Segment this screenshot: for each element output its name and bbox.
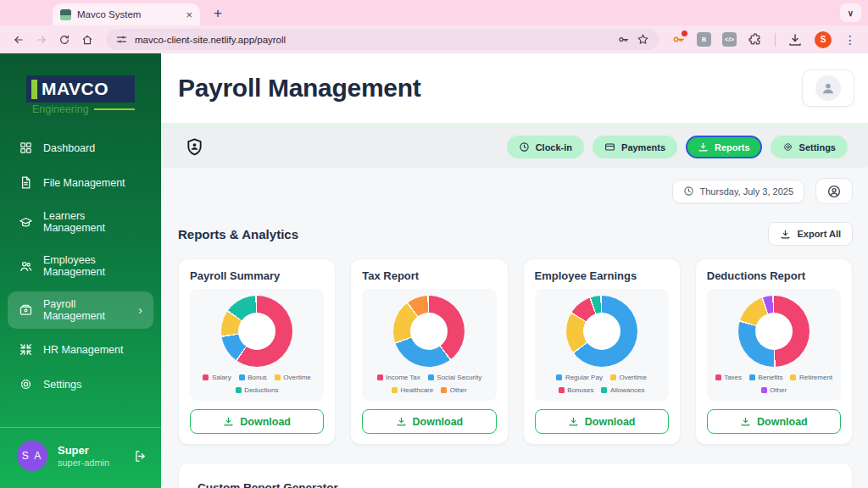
browser-tab[interactable]: Mavco System × — [53, 3, 200, 25]
tab-close-icon[interactable]: × — [186, 9, 192, 20]
download-report-button[interactable]: Download — [190, 409, 324, 434]
page-title: Payroll Management — [178, 74, 420, 103]
back-button[interactable] — [8, 30, 29, 50]
password-manager-icon[interactable] — [617, 33, 630, 46]
user-profile[interactable]: S A Super super-admin — [0, 428, 161, 488]
clock-icon — [519, 141, 530, 152]
legend-swatch — [610, 374, 616, 380]
bookmark-star-icon[interactable] — [637, 33, 649, 46]
legend-swatch — [239, 374, 245, 380]
report-card-title: Tax Report — [362, 269, 496, 282]
site-favicon-icon — [60, 9, 71, 20]
site-settings-icon[interactable] — [115, 33, 128, 46]
person-circle-icon — [826, 184, 842, 199]
home-button[interactable] — [77, 30, 97, 50]
legend-item: Taxes — [715, 374, 742, 381]
legend-item: Allowances — [601, 386, 644, 394]
logo-subtitle: Engineering — [32, 103, 89, 115]
sidebar-item-employees-management[interactable]: Employees Management — [8, 247, 153, 285]
toolbar-tab-clock-in[interactable]: Clock-in — [507, 136, 584, 158]
legend-label: Taxes — [724, 374, 742, 381]
sidebar-item-settings[interactable]: Settings — [8, 370, 153, 398]
download-icon — [223, 416, 234, 427]
legend-label: Allowances — [610, 386, 644, 394]
extension-b-icon[interactable]: B — [697, 32, 711, 47]
sidebar-item-file-management[interactable]: File Management — [8, 169, 153, 197]
person-icon — [820, 80, 837, 97]
sidebar-item-hr-management[interactable]: HR Management — [8, 336, 153, 363]
browser-profile-avatar[interactable]: S — [815, 31, 832, 48]
logo: MAVCO Engineering — [26, 75, 135, 115]
export-all-label: Export All — [797, 229, 841, 239]
toolbar-tab-reports[interactable]: Reports — [686, 136, 762, 158]
toolbar-tab-label: Clock-in — [536, 142, 572, 152]
legend-item: Overtime — [610, 374, 647, 381]
toolbar-tab-settings[interactable]: Settings — [771, 136, 848, 158]
legend-label: Retirement — [799, 374, 832, 381]
legend-swatch — [441, 387, 447, 393]
forward-button[interactable] — [31, 30, 52, 50]
legend-swatch — [428, 374, 434, 380]
header-avatar-button[interactable] — [802, 69, 854, 107]
browser-chrome: Mavco System × + ∨ mavco-client-site.net… — [0, 0, 868, 53]
custom-report-title: Custom Report Generator — [198, 481, 833, 488]
page-header: Payroll Management — [161, 53, 868, 123]
donut-hole — [755, 313, 793, 350]
donut-hole — [583, 313, 620, 350]
downloads-icon[interactable] — [787, 32, 803, 47]
clock-icon — [683, 186, 694, 197]
legend-item: Healthcare — [392, 386, 433, 394]
legend-swatch — [601, 387, 607, 393]
legend-item: Bonuses — [559, 386, 594, 394]
download-report-button[interactable]: Download — [362, 409, 496, 434]
download-label: Download — [413, 416, 464, 428]
custom-report-card: Custom Report Generator — [178, 463, 853, 488]
chart-legend: TaxesBenefitsRetirementOther — [709, 374, 838, 394]
logo-bar — [31, 80, 37, 99]
download-report-button[interactable]: Download — [535, 409, 669, 434]
extension-key-icon[interactable] — [671, 32, 686, 47]
sidebar-item-dashboard[interactable]: Dashboard — [8, 134, 153, 162]
legend-swatch — [392, 387, 398, 393]
legend-item: Retirement — [790, 374, 832, 381]
tab-title: Mavco System — [77, 9, 141, 19]
reload-button[interactable] — [54, 30, 75, 50]
extensions-puzzle-icon[interactable] — [748, 32, 763, 47]
download-report-button[interactable]: Download — [707, 409, 841, 434]
download-label: Download — [585, 416, 636, 428]
report-cards-grid: Payroll SummarySalaryBonusOvertimeDeduct… — [178, 258, 853, 445]
attendance-button[interactable] — [815, 178, 853, 204]
gear-icon — [19, 377, 33, 391]
download-icon — [396, 416, 407, 427]
arrows-in-icon — [19, 342, 33, 357]
tab-strip-chevron-down-icon[interactable]: ∨ — [840, 3, 861, 22]
chevron-right-icon: › — [138, 303, 142, 317]
legend-label: Healthcare — [401, 386, 434, 394]
sidebar-item-payroll-management[interactable]: Payroll Management› — [8, 291, 153, 329]
main-area: Payroll Management Clock-inPaymentsRepor… — [161, 53, 868, 488]
gear-icon — [782, 141, 793, 152]
toolbar-tab-payments[interactable]: Payments — [593, 136, 677, 158]
sidebar-item-learners-management[interactable]: Learners Management — [8, 203, 153, 241]
sidebar-item-label: HR Management — [43, 344, 124, 356]
date-display: Thursday, July 3, 2025 — [672, 180, 804, 203]
new-tab-button[interactable]: + — [214, 6, 222, 20]
url-bar[interactable]: mavco-client-site.netlify.app/payroll — [106, 29, 659, 50]
url-text: mavco-client-site.netlify.app/payroll — [135, 35, 610, 45]
logout-icon[interactable] — [133, 449, 147, 463]
report-card-payroll-summary: Payroll SummarySalaryBonusOvertimeDeduct… — [178, 258, 336, 445]
toolbar-tab-label: Payments — [621, 142, 665, 152]
toolbar-tab-label: Reports — [715, 142, 750, 152]
legend-swatch — [556, 374, 562, 380]
report-card-title: Employee Earnings — [535, 269, 669, 282]
sidebar-item-label: Dashboard — [43, 142, 95, 154]
extension-code-icon[interactable]: </> — [722, 32, 737, 47]
download-icon — [780, 229, 791, 240]
browser-menu-kebab-icon[interactable]: ⋮ — [844, 33, 856, 47]
legend-label: Regular Pay — [565, 374, 603, 381]
legend-item: Bonus — [239, 374, 267, 381]
export-all-button[interactable]: Export All — [768, 222, 853, 246]
user-role: super-admin — [58, 458, 109, 468]
legend-swatch — [559, 387, 565, 393]
sidebar-nav: DashboardFile ManagementLearners Managem… — [0, 134, 161, 398]
